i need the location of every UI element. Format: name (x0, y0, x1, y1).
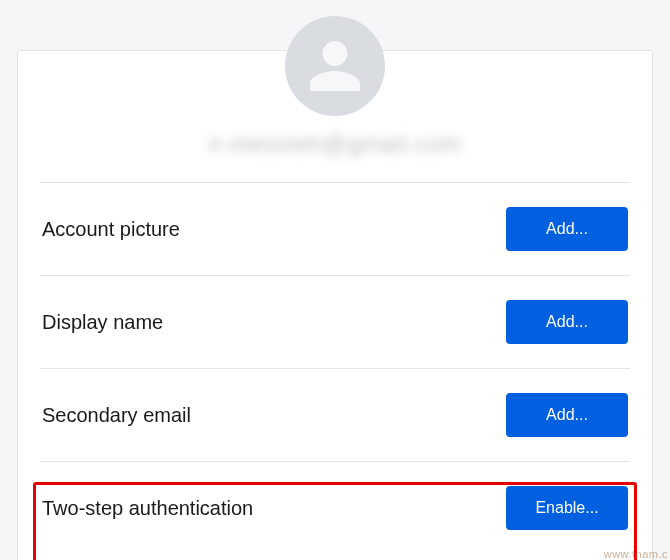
row-display-name: Display name Add... (40, 276, 630, 368)
add-display-name-button[interactable]: Add... (506, 300, 628, 344)
person-icon (305, 36, 365, 96)
account-email: n.messieh@gmail.com (40, 130, 630, 158)
label-display-name: Display name (42, 311, 163, 334)
enable-two-step-authentication-button[interactable]: Enable... (506, 486, 628, 530)
label-account-picture: Account picture (42, 218, 180, 241)
label-secondary-email: Secondary email (42, 404, 191, 427)
add-secondary-email-button[interactable]: Add... (506, 393, 628, 437)
avatar-container (40, 16, 630, 116)
avatar-placeholder-icon (285, 16, 385, 116)
add-account-picture-button[interactable]: Add... (506, 207, 628, 251)
row-account-picture: Account picture Add... (40, 183, 630, 275)
watermark-text: www.tnam.c (604, 548, 668, 560)
row-two-step-authentication: Two-step authentication Enable... (40, 462, 630, 554)
label-two-step-authentication: Two-step authentication (42, 497, 253, 520)
row-secondary-email: Secondary email Add... (40, 369, 630, 461)
account-settings-card: n.messieh@gmail.com Account picture Add.… (17, 50, 653, 560)
